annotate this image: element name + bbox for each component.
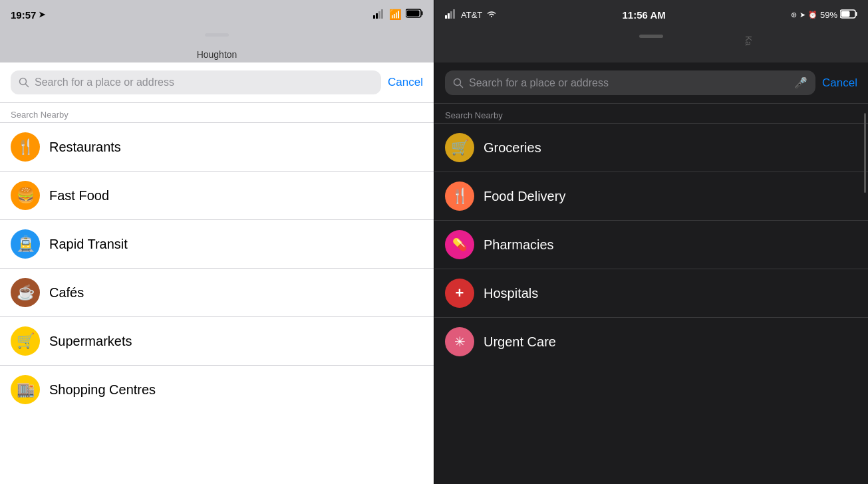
category-item-cafes[interactable]: ☕ Cafés [0, 269, 434, 317]
svg-rect-3 [381, 9, 383, 19]
map-strip-right: Ka [434, 29, 868, 62]
urgent-care-icon: ✳ [445, 327, 474, 356]
left-panel: 19:57 ➤ 📶 Houghton Search for a place or… [0, 0, 434, 484]
microphone-icon[interactable]: 🎤 [794, 76, 807, 89]
category-item-groceries[interactable]: 🛒 Groceries [434, 124, 868, 172]
right-panel: AT&T 11:56 AM ⊕ ➤ ⏰ 59% Ka Search for a … [434, 0, 868, 484]
shopping-centres-icon: 🏬 [11, 375, 40, 404]
battery-icon-right [840, 9, 857, 21]
urgent-care-label: Urgent Care [484, 334, 556, 350]
cancel-button-right[interactable]: Cancel [822, 76, 857, 90]
search-placeholder-left: Search for a place or address [35, 76, 174, 88]
search-bar-left: Search for a place or address Cancel [0, 62, 434, 102]
category-item-shopping-centres[interactable]: 🏬 Shopping Centres [0, 366, 434, 414]
category-item-hospitals[interactable]: + Hospitals [434, 269, 868, 318]
search-icon-left [19, 77, 29, 88]
map-city-label: Houghton [197, 49, 237, 60]
wifi-icon: 📶 [389, 9, 402, 21]
navigation-icon-right: ➤ [799, 11, 805, 19]
signal-icon [373, 9, 385, 21]
category-item-restaurants[interactable]: 🍴 Restaurants [0, 123, 434, 172]
status-bar-right: AT&T 11:56 AM ⊕ ➤ ⏰ 59% [434, 0, 868, 29]
category-item-rapid-transit[interactable]: 🚊 Rapid Transit [0, 220, 434, 269]
fast-food-label: Fast Food [49, 188, 109, 203]
search-nearby-label-left: Search Nearby [0, 103, 434, 122]
battery-percent-right: 59% [820, 10, 837, 20]
status-time-left: 19:57 ➤ [11, 9, 45, 21]
search-placeholder-right: Search for a place or address [469, 77, 789, 89]
status-battery-area: ⊕ ➤ ⏰ 59% [791, 9, 857, 21]
scroll-indicator [863, 106, 866, 484]
svg-rect-14 [855, 12, 857, 16]
alarm-icon-right: ⏰ [808, 11, 817, 19]
svg-rect-5 [422, 11, 423, 15]
svg-rect-1 [376, 13, 378, 19]
supermarkets-icon: 🛒 [11, 326, 40, 356]
svg-rect-15 [841, 11, 849, 17]
category-item-pharmacies[interactable]: 💊 Pharmacies [434, 221, 868, 269]
svg-rect-11 [450, 11, 452, 19]
search-nearby-label-right: Search Nearby [434, 104, 868, 123]
scroll-thumb [864, 113, 866, 193]
signal-bars-icon [445, 9, 457, 21]
category-list-right: 🛒 Groceries 🍴 Food Delivery 💊 Pharmacies… [434, 124, 868, 484]
svg-rect-9 [445, 15, 447, 19]
svg-rect-12 [453, 9, 455, 19]
restaurants-label: Restaurants [49, 140, 121, 155]
svg-line-8 [26, 84, 29, 87]
cafes-label: Cafés [49, 285, 84, 301]
map-strip-left: Houghton [0, 29, 434, 62]
search-icon-right [453, 78, 464, 88]
hospitals-label: Hospitals [484, 286, 538, 301]
cancel-button-left[interactable]: Cancel [388, 76, 423, 89]
rapid-transit-label: Rapid Transit [49, 237, 128, 252]
pharmacies-icon: 💊 [445, 230, 474, 259]
restaurants-icon: 🍴 [11, 132, 40, 162]
groceries-label: Groceries [484, 140, 541, 156]
status-bar-left: 19:57 ➤ 📶 [0, 0, 434, 29]
hospitals-icon: + [445, 279, 474, 308]
shopping-centres-label: Shopping Centres [49, 382, 156, 398]
status-time-right: 11:56 AM [622, 9, 665, 21]
location-icon-right: ⊕ [791, 11, 797, 19]
category-item-supermarkets[interactable]: 🛒 Supermarkets [0, 317, 434, 366]
svg-rect-0 [373, 15, 375, 19]
status-carrier-area: AT&T [445, 9, 497, 21]
pharmacies-label: Pharmacies [484, 237, 554, 253]
sheet-handle-left [205, 33, 229, 37]
status-icons-left: 📶 [373, 9, 423, 21]
search-bar-right: Search for a place or address 🎤 Cancel [434, 62, 868, 103]
food-delivery-icon: 🍴 [445, 182, 474, 211]
search-input-right[interactable]: Search for a place or address 🎤 [445, 70, 815, 95]
supermarkets-label: Supermarkets [49, 334, 132, 349]
battery-icon [406, 9, 423, 21]
cafes-icon: ☕ [11, 278, 40, 307]
svg-rect-2 [378, 11, 380, 19]
svg-rect-10 [448, 13, 450, 19]
carrier-label: AT&T [461, 10, 482, 20]
rapid-transit-icon: 🚊 [11, 229, 40, 259]
category-item-food-delivery[interactable]: 🍴 Food Delivery [434, 172, 868, 221]
map-overlay-text: Ka [549, 36, 753, 46]
location-arrow-icon: ➤ [39, 10, 45, 19]
wifi-icon-right [486, 9, 497, 20]
svg-line-17 [460, 84, 463, 87]
svg-rect-6 [407, 11, 420, 17]
fast-food-icon: 🍔 [11, 181, 40, 210]
category-item-fast-food[interactable]: 🍔 Fast Food [0, 172, 434, 220]
search-input-left[interactable]: Search for a place or address [11, 70, 381, 94]
time-display-left: 19:57 [11, 9, 36, 21]
category-item-urgent-care[interactable]: ✳ Urgent Care [434, 318, 868, 366]
groceries-icon: 🛒 [445, 133, 474, 162]
food-delivery-label: Food Delivery [484, 189, 565, 204]
category-list-left: 🍴 Restaurants 🍔 Fast Food 🚊 Rapid Transi… [0, 123, 434, 484]
